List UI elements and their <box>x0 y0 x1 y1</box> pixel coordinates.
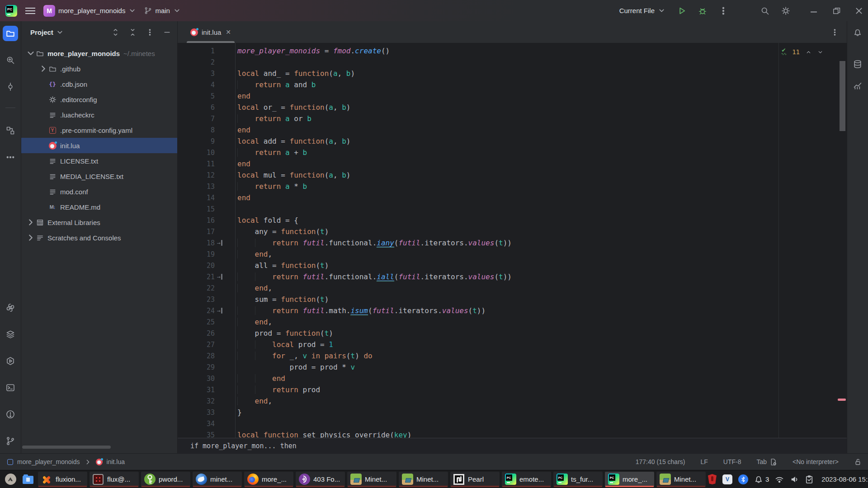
error-stripe-mark[interactable] <box>838 399 846 401</box>
code-line-29[interactable]: 29 prod = prod * v <box>178 361 847 373</box>
database-icon[interactable] <box>850 56 865 72</box>
notifications-bell-icon[interactable] <box>754 475 763 484</box>
project-folder-icon[interactable] <box>3 26 18 41</box>
taskbar-app-minet-[interactable]: Minet... <box>399 472 448 487</box>
tree-item--pre-commit-config-yaml[interactable]: Y.pre-commit-config.yaml <box>21 122 177 138</box>
code-line-16[interactable]: 16local fold = { <box>178 215 847 226</box>
code-line-5[interactable]: 5end <box>178 90 847 102</box>
tab-close-icon[interactable]: ✕ <box>226 28 231 36</box>
code-line-34[interactable]: 34 <box>178 418 847 429</box>
services-icon[interactable] <box>3 353 18 369</box>
commit-icon[interactable] <box>3 79 18 94</box>
code-line-19[interactable]: 19 end, <box>178 249 847 260</box>
gutter[interactable]: 29 <box>178 363 235 371</box>
code-line-1[interactable]: 1more_player_monoids = fmod.create() <box>178 45 847 56</box>
chevron-down-icon[interactable] <box>56 28 64 36</box>
panel-hscrollbar[interactable] <box>22 446 111 449</box>
tree-item-more-player-monoids[interactable]: more_player_monoids~/.minetes <box>21 46 177 61</box>
gutter[interactable]: 4 <box>178 81 235 89</box>
code-line-26[interactable]: 26 prod = function(t) <box>178 328 847 339</box>
taskbar-app-minet-[interactable]: Minet... <box>656 472 706 487</box>
tree-item-readme-md[interactable]: M↓README.md <box>21 199 177 215</box>
code-area[interactable]: 1more_player_monoids = fmod.create()23lo… <box>178 43 847 453</box>
unlock-icon[interactable] <box>854 458 862 466</box>
gutter[interactable]: 12 <box>178 171 235 179</box>
structure-icon[interactable] <box>3 123 18 138</box>
gutter[interactable]: 2 <box>178 58 235 66</box>
gutter[interactable]: 21→ <box>178 273 235 281</box>
gutter[interactable]: 34 <box>178 420 235 428</box>
code-line-28[interactable]: 28 for _, v in pairs(t) do <box>178 350 847 361</box>
editor-options-icon[interactable] <box>831 28 839 36</box>
python-packages-icon[interactable] <box>3 300 18 315</box>
taskbar-app-fluxion-[interactable]: fluxion... <box>38 472 87 487</box>
wifi-icon[interactable] <box>775 475 784 484</box>
code-line-24[interactable]: 24→ return futil.math.isum(futil.iterato… <box>178 305 847 316</box>
hide-panel-icon[interactable] <box>163 28 171 36</box>
gutter[interactable]: 25 <box>178 318 235 326</box>
next-problem-icon[interactable] <box>817 49 823 55</box>
taskbar-app-pearl[interactable]: Pearl <box>450 472 500 487</box>
bluetooth-icon[interactable] <box>738 474 748 484</box>
prev-problem-icon[interactable] <box>806 49 811 55</box>
gutter[interactable]: 3 <box>178 70 235 78</box>
gutter[interactable]: 11 <box>178 160 235 168</box>
taskbar-app-minet-[interactable]: minet... <box>193 472 242 487</box>
gutter[interactable]: 14 <box>178 194 235 202</box>
taskbar-app-flux-[interactable]: flux@... <box>90 472 139 487</box>
gutter[interactable]: 32 <box>178 397 235 405</box>
taskbar-app-ts-fur-[interactable]: ts_fur... <box>553 472 603 487</box>
gutter[interactable]: 6 <box>178 103 235 112</box>
chevron-down-icon[interactable] <box>26 48 36 58</box>
code-line-15[interactable]: 15 <box>178 203 847 215</box>
notifications-icon[interactable] <box>850 25 865 40</box>
pycharm-logo-icon[interactable]: PC <box>5 5 17 17</box>
code-line-14[interactable]: 14end <box>178 192 847 203</box>
gutter[interactable]: 5 <box>178 92 235 100</box>
tree-item-init-lua[interactable]: init.lua <box>21 138 177 153</box>
breadcrumb[interactable]: more_player_monoids init.lua <box>7 458 125 466</box>
tree-item-license-txt[interactable]: LICENSE.txt <box>21 153 177 169</box>
layers-icon[interactable] <box>3 327 18 342</box>
maximize-button[interactable] <box>832 6 841 15</box>
tree-item--cdb-json[interactable]: {}.cdb.json <box>21 76 177 92</box>
code-line-11[interactable]: 11end <box>178 158 847 169</box>
code-line-33[interactable]: 33} <box>178 407 847 418</box>
inspections-widget[interactable]: ✔∿∿ 11 <box>781 47 823 56</box>
code-line-22[interactable]: 22 end, <box>178 282 847 294</box>
gutter[interactable]: 16 <box>178 216 235 225</box>
editor-vscrollbar[interactable] <box>840 61 845 131</box>
gutter[interactable]: 23 <box>178 296 235 304</box>
code-line-27[interactable]: 27 local prod = 1 <box>178 339 847 350</box>
taskbar-app-more-[interactable]: more_... <box>244 472 293 487</box>
close-button[interactable] <box>854 6 863 15</box>
taskbar-app-emote-[interactable]: emote... <box>502 472 551 487</box>
tree-item-external-libraries[interactable]: External Libraries <box>21 215 177 230</box>
line-separator[interactable]: LF <box>700 458 708 465</box>
taskbar-app-minet-[interactable]: Minet... <box>347 472 396 487</box>
breadcrumb-project[interactable]: more_player_monoids <box>17 458 80 465</box>
code-line-8[interactable]: 8end <box>178 124 847 136</box>
settings-gear-icon[interactable] <box>781 6 790 15</box>
code-line-2[interactable]: 2 <box>178 56 847 68</box>
code-line-9[interactable]: 9local add = function(a, b) <box>178 136 847 147</box>
project-widget[interactable]: M more_player_monoids <box>43 5 136 17</box>
launcher-apps-menu[interactable] <box>3 472 18 487</box>
debug-button[interactable] <box>698 6 707 15</box>
breadcrumb-file[interactable]: init.lua <box>107 458 125 465</box>
minimize-button[interactable] <box>809 6 818 15</box>
code-line-31[interactable]: 31 return prod <box>178 384 847 395</box>
tree-item-mod-conf[interactable]: mod.conf <box>21 184 177 199</box>
gutter[interactable]: 22 <box>178 284 235 292</box>
indent-style[interactable]: Tab <box>756 458 777 466</box>
tree-item-media-license-txt[interactable]: MEDIA_LICENSE.txt <box>21 169 177 184</box>
tab-init-lua[interactable]: init.lua ✕ <box>185 21 236 43</box>
code-line-23[interactable]: 23 sum = function(t) <box>178 294 847 305</box>
endpoints-chart-icon[interactable] <box>850 78 865 94</box>
gutter[interactable]: 8 <box>178 126 235 134</box>
main-menu-icon[interactable] <box>25 8 35 14</box>
gutter[interactable]: 7 <box>178 115 235 123</box>
gutter[interactable]: 26 <box>178 329 235 338</box>
code-line-20[interactable]: 20 all = function(t) <box>178 260 847 271</box>
code-line-30[interactable]: 30 end <box>178 373 847 384</box>
